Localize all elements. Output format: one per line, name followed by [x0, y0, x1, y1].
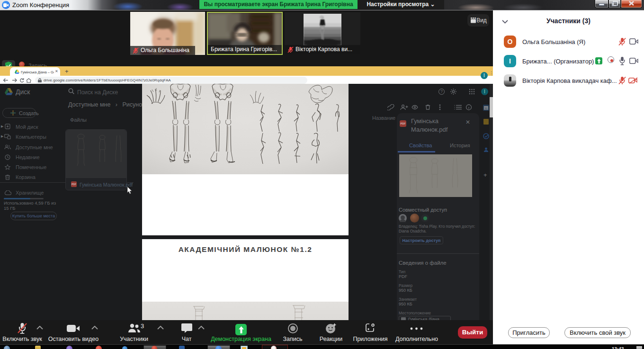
svg-text:31: 31: [484, 107, 488, 110]
